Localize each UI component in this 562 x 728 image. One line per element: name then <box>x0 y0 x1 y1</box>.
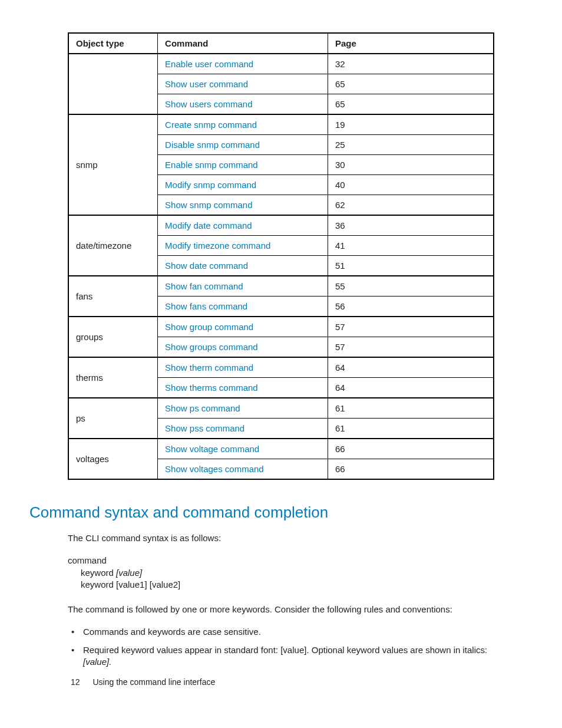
cell-page: 19 <box>328 114 494 135</box>
section-heading: Command syntax and command completion <box>29 503 494 522</box>
cell-page: 25 <box>328 135 494 155</box>
command-link[interactable]: Show pss command <box>165 423 244 433</box>
cell-page: 65 <box>328 74 494 94</box>
syntax-command: command <box>68 555 494 566</box>
command-link[interactable]: Enable user command <box>165 59 253 69</box>
cell-command: Show users command <box>158 94 328 115</box>
cell-object-type: date/timezone <box>68 215 158 276</box>
commands-table: Object type Command Page Enable user com… <box>68 32 494 480</box>
command-link[interactable]: Create snmp command <box>165 120 257 130</box>
cell-page: 64 <box>328 378 494 398</box>
cell-object-type: groups <box>68 317 158 357</box>
command-link[interactable]: Show user command <box>165 79 248 89</box>
cell-page: 61 <box>328 419 494 439</box>
cell-command: Show therm command <box>158 357 328 378</box>
cell-page: 64 <box>328 357 494 378</box>
cell-page: 40 <box>328 175 494 195</box>
table-header-row: Object type Command Page <box>68 33 494 54</box>
cell-page: 66 <box>328 459 494 480</box>
cell-page: 51 <box>328 256 494 276</box>
cell-command: Create snmp command <box>158 114 328 135</box>
page-number: 12 <box>71 677 80 687</box>
cell-command: Show user command <box>158 74 328 94</box>
list-item: Commands and keywords are case sensitive… <box>83 626 494 638</box>
table-row: fansShow fan command55 <box>68 276 494 297</box>
table-row: groupsShow group command57 <box>68 317 494 337</box>
cell-page: 61 <box>328 398 494 419</box>
syntax-kw-label: keyword <box>81 568 116 578</box>
command-link[interactable]: Modify snmp command <box>165 180 256 190</box>
command-link[interactable]: Show date command <box>165 261 248 271</box>
syntax-keyword-optional: keyword [value] <box>68 567 494 579</box>
col-header-page: Page <box>328 33 494 54</box>
cell-command: Show therms command <box>158 378 328 398</box>
command-link[interactable]: Show therms command <box>165 383 258 393</box>
table-row: voltagesShow voltage command66 <box>68 439 494 459</box>
cell-command: Show pss command <box>158 419 328 439</box>
command-link[interactable]: Show fan command <box>165 281 243 291</box>
cell-page: 65 <box>328 94 494 115</box>
cell-command: Show voltages command <box>158 459 328 480</box>
table-row: date/timezoneModify date command36 <box>68 215 494 236</box>
command-link[interactable]: Disable snmp command <box>165 140 260 150</box>
cell-page: 30 <box>328 155 494 175</box>
footer-section-title: Using the command line interface <box>92 677 215 687</box>
table-row: thermsShow therm command64 <box>68 357 494 378</box>
page-footer: 12 Using the command line interface <box>71 677 215 687</box>
cell-page: 66 <box>328 439 494 459</box>
cell-page: 56 <box>328 297 494 317</box>
intro-text: The CLI command syntax is as follows: <box>68 532 494 544</box>
cell-page: 62 <box>328 195 494 216</box>
cell-object-type <box>68 54 158 114</box>
table-row: snmpCreate snmp command19 <box>68 114 494 135</box>
cell-page: 32 <box>328 54 494 74</box>
table-row: Enable user command32 <box>68 54 494 74</box>
cell-page: 57 <box>328 317 494 337</box>
command-link[interactable]: Modify date command <box>165 220 252 230</box>
cell-command: Enable snmp command <box>158 155 328 175</box>
col-header-command: Command <box>158 33 328 54</box>
command-link[interactable]: Enable snmp command <box>165 160 258 170</box>
cell-object-type: snmp <box>68 114 158 215</box>
command-link[interactable]: Show ps command <box>165 403 240 413</box>
cell-command: Modify snmp command <box>158 175 328 195</box>
cell-command: Modify date command <box>158 215 328 236</box>
cell-command: Show groups command <box>158 337 328 358</box>
col-header-object-type: Object type <box>68 33 158 54</box>
command-link[interactable]: Show voltage command <box>165 444 259 454</box>
cell-command: Disable snmp command <box>158 135 328 155</box>
command-link[interactable]: Show users command <box>165 99 252 109</box>
command-link[interactable]: Modify timezone command <box>165 241 270 251</box>
command-link[interactable]: Show groups command <box>165 342 258 352</box>
cell-command: Show group command <box>158 317 328 337</box>
rules-list: Commands and keywords are case sensitive… <box>68 626 494 668</box>
cell-command: Show fan command <box>158 276 328 297</box>
cell-command: Show voltage command <box>158 439 328 459</box>
cell-command: Enable user command <box>158 54 328 74</box>
list-item-text: Required keyword values appear in standa… <box>83 645 487 655</box>
cell-command: Show ps command <box>158 398 328 419</box>
command-link[interactable]: Show group command <box>165 322 253 332</box>
syntax-block: command keyword [value] keyword [value1]… <box>68 555 494 591</box>
cell-object-type: ps <box>68 398 158 439</box>
cell-command: Modify timezone command <box>158 236 328 256</box>
command-link[interactable]: Show snmp command <box>165 200 252 210</box>
cell-object-type: voltages <box>68 439 158 479</box>
cell-command: Show snmp command <box>158 195 328 216</box>
cell-page: 36 <box>328 215 494 236</box>
syntax-keyword-required: keyword [value1] [value2] <box>68 579 494 591</box>
command-link[interactable]: Show fans command <box>165 301 247 311</box>
cell-object-type: therms <box>68 357 158 398</box>
cell-object-type: fans <box>68 276 158 317</box>
cell-page: 57 <box>328 337 494 358</box>
rules-intro: The command is followed by one or more k… <box>68 604 494 615</box>
command-link[interactable]: Show therm command <box>165 363 253 373</box>
cell-page: 55 <box>328 276 494 297</box>
command-link[interactable]: Show voltages command <box>165 464 264 474</box>
cell-command: Show date command <box>158 256 328 276</box>
list-item: Required keyword values appear in standa… <box>83 644 494 668</box>
table-row: psShow ps command61 <box>68 398 494 419</box>
syntax-optional-value: [value] <box>116 568 142 578</box>
cell-page: 41 <box>328 236 494 256</box>
cell-command: Show fans command <box>158 297 328 317</box>
